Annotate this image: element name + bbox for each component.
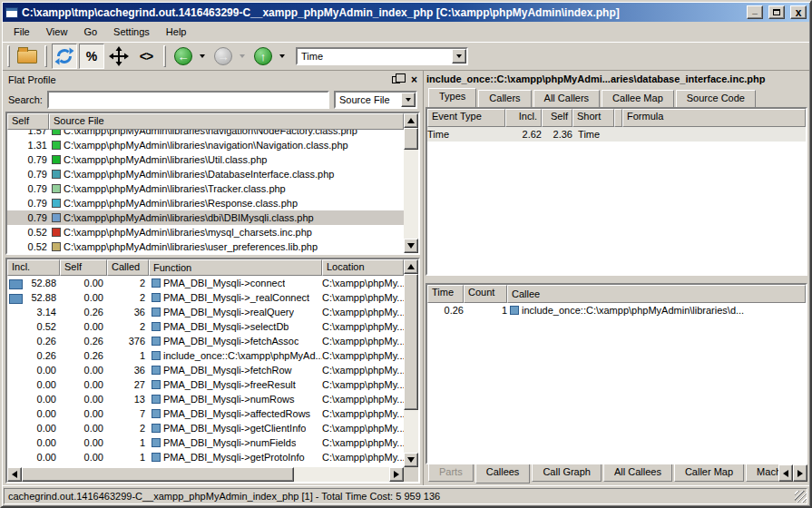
minimize-button[interactable]: _	[747, 5, 763, 19]
function-row[interactable]: 0.000.001PMA_DBI_Mysqli->getProtoInfoC:\…	[7, 450, 404, 464]
scrollbar-thumb[interactable]	[404, 274, 418, 410]
scrollbar-track[interactable]	[404, 150, 418, 239]
up-dropdown-icon[interactable]	[279, 54, 285, 58]
tab-callees[interactable]: Callees	[475, 464, 531, 484]
maximize-button[interactable]	[768, 5, 785, 19]
forward-dropdown-icon[interactable]	[240, 54, 245, 58]
tab-scroll-right-button[interactable]	[793, 464, 807, 482]
function-row[interactable]: 52.880.002PMA_DBI_Mysqli->connectC:\xamp…	[7, 276, 404, 290]
scrollbar-track[interactable]	[294, 467, 389, 482]
tab-scroll-left-button[interactable]	[778, 464, 793, 482]
column-header-self[interactable]: Self	[542, 109, 572, 127]
reload-button[interactable]	[52, 44, 77, 69]
function-row[interactable]: 0.000.001PMA_DBI_Mysqli->numFieldsC:\xam…	[7, 435, 404, 450]
function-row[interactable]: 0.000.007PMA_DBI_Mysqli->affectedRowsC:\…	[7, 406, 404, 421]
menu-help[interactable]: Help	[159, 24, 194, 39]
column-header-incl[interactable]: Incl.	[7, 259, 60, 276]
column-header-count[interactable]: Count	[464, 285, 507, 303]
float-dock-icon[interactable]	[392, 76, 400, 83]
menu-settings[interactable]: Settings	[106, 24, 157, 39]
source-file-row[interactable]: 0.79C:\xampp\phpMyAdmin\libraries\Util.c…	[7, 152, 404, 167]
callee-row[interactable]: 0.261include_once::C:\xampp\phpMyAdmin\l…	[427, 303, 806, 318]
tab-call-graph[interactable]: Call Graph	[532, 464, 602, 482]
column-header-formula[interactable]: Formula	[622, 109, 806, 127]
source-vertical-scrollbar[interactable]	[404, 113, 418, 253]
combo-dropdown-button[interactable]	[401, 93, 416, 107]
up-button[interactable]: ↑	[250, 44, 276, 69]
column-header-location[interactable]: Location	[322, 259, 404, 276]
back-button[interactable]: ←	[171, 44, 196, 69]
column-header-self[interactable]: Self	[60, 259, 107, 276]
toolbar-handle[interactable]	[7, 45, 10, 67]
column-header-called[interactable]: Called	[107, 259, 149, 276]
column-header-short[interactable]: Short	[572, 109, 614, 127]
scroll-up-button[interactable]	[404, 259, 418, 274]
location-value: C:\xampp\phpMy...	[322, 437, 404, 448]
event-type-row[interactable]: Time2.622.36 Time	[427, 127, 806, 142]
tab-source-code[interactable]: Source Code	[676, 90, 756, 107]
function-row[interactable]: 0.520.002PMA_DBI_Mysqli->selectDbC:\xamp…	[7, 319, 404, 334]
function-horizontal-scrollbar[interactable]	[7, 467, 404, 482]
tab-callee-map[interactable]: Callee Map	[602, 90, 674, 107]
source-file-row[interactable]: 0.79C:\xampp\phpMyAdmin\libraries\dbi\DB…	[7, 210, 404, 225]
tab-all-callees[interactable]: All Callees	[603, 464, 672, 482]
tab-all-callers[interactable]: All Callers	[533, 90, 601, 107]
function-row[interactable]: 3.140.2636PMA_DBI_Mysqli->realQueryC:\xa…	[7, 305, 404, 319]
function-row[interactable]: 0.000.0036PMA_DBI_Mysqli->fetchRowC:\xam…	[7, 363, 404, 377]
close-dock-icon[interactable]: ×	[411, 74, 417, 85]
forward-button[interactable]: →	[210, 44, 236, 69]
column-header-self[interactable]: Self	[7, 113, 49, 130]
tab-caller-map[interactable]: Caller Map	[674, 464, 744, 482]
source-file-row[interactable]: 0.79C:\xampp\phpMyAdmin\libraries\Tracke…	[7, 181, 404, 196]
tab-callers[interactable]: Callers	[478, 90, 531, 107]
scrollbar-thumb[interactable]	[22, 467, 294, 482]
close-button[interactable]: x	[790, 5, 807, 19]
menu-go[interactable]: Go	[76, 24, 104, 39]
combo-dropdown-button[interactable]	[452, 49, 466, 64]
search-input[interactable]	[47, 91, 329, 109]
toolbar-handle[interactable]	[163, 45, 166, 67]
scroll-left-button[interactable]	[7, 467, 22, 482]
event-type-combo[interactable]: Time	[296, 47, 468, 65]
open-file-button[interactable]	[15, 44, 40, 69]
column-header-spacer[interactable]	[614, 109, 622, 127]
function-row[interactable]: 0.000.0013PMA_DBI_Mysqli->numRowsC:\xamp…	[7, 392, 404, 406]
source-file-row[interactable]: 0.79C:\xampp\phpMyAdmin\libraries\Databa…	[7, 167, 404, 181]
chevron-down-icon	[456, 54, 462, 58]
column-header-callee[interactable]: Callee	[507, 285, 806, 303]
menu-file[interactable]: File	[6, 24, 37, 39]
function-row[interactable]: 52.880.002PMA_DBI_Mysqli->_realConnectC:…	[7, 290, 404, 305]
scroll-down-button[interactable]	[404, 239, 418, 253]
grouping-combo[interactable]: Source File	[334, 91, 417, 109]
function-row[interactable]: 0.260.26376PMA_DBI_Mysqli->fetchAssocC:\…	[7, 334, 404, 348]
column-header-event-type[interactable]: Event Type	[427, 109, 505, 127]
tab-parts[interactable]: Parts	[428, 464, 474, 482]
back-dropdown-icon[interactable]	[200, 54, 205, 58]
relative-percent-button[interactable]: %	[79, 44, 104, 69]
column-header-incl[interactable]: Incl.	[505, 109, 542, 127]
source-file-path: C:\xampp\phpMyAdmin\libraries\Response.c…	[64, 198, 404, 209]
function-vertical-scrollbar[interactable]	[404, 259, 418, 467]
toolbar-handle[interactable]	[44, 45, 47, 67]
source-file-row[interactable]: 0.79C:\xampp\phpMyAdmin\libraries\Respon…	[7, 196, 404, 210]
menu-view[interactable]: View	[39, 24, 75, 39]
expand-areas-button[interactable]	[106, 44, 132, 69]
source-file-row[interactable]: 0.52C:\xampp\phpMyAdmin\libraries\mysql_…	[7, 225, 404, 239]
function-row[interactable]: 0.000.0027PMA_DBI_Mysqli->freeResultC:\x…	[7, 377, 404, 392]
scroll-right-button[interactable]	[389, 467, 404, 482]
cycle-detection-button[interactable]: <>	[133, 44, 159, 69]
source-file-row[interactable]: 1.57C:\xampp\phpMyAdmin\libraries\naviga…	[7, 130, 404, 138]
column-header-source-file[interactable]: Source File	[49, 113, 404, 130]
source-file-row[interactable]: 1.31C:\xampp\phpMyAdmin\libraries\naviga…	[7, 138, 404, 152]
column-header-time[interactable]: Time	[427, 285, 464, 303]
scroll-up-button[interactable]	[404, 113, 418, 128]
source-file-row[interactable]: 0.52C:\xampp\phpMyAdmin\libraries\user_p…	[7, 239, 404, 253]
resize-grip[interactable]	[795, 491, 807, 503]
scrollbar-thumb[interactable]	[404, 128, 418, 150]
function-row[interactable]: 0.000.002PMA_DBI_Mysqli->getClientInfoC:…	[7, 421, 404, 435]
function-row[interactable]: 0.260.261include_once::C:\xampp\phpMyAd.…	[7, 348, 404, 363]
tab-types[interactable]: Types	[428, 88, 476, 107]
scroll-down-button[interactable]	[404, 453, 418, 467]
column-header-function[interactable]: Function	[149, 259, 322, 276]
scrollbar-track[interactable]	[404, 410, 418, 453]
